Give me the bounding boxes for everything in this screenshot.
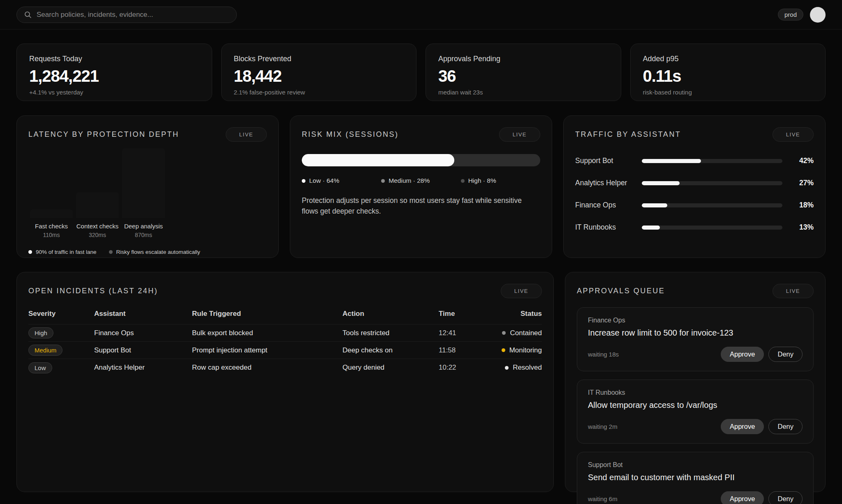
incident-rule: Row cap exceeded [192, 364, 342, 372]
col-time: Time [439, 310, 492, 318]
latency-axis-labels: Fast checks 110ms Context checks 320ms D… [28, 222, 267, 238]
legend-dot-icon [302, 179, 305, 183]
stat-sub: median wait 23s [438, 89, 608, 96]
traffic-row: Finance Ops 18% [575, 201, 814, 209]
traffic-bar-list: Support Bot 42% Analytics Helper 27% Fin… [575, 156, 814, 232]
traffic-percent: 18% [791, 201, 814, 209]
main-content: Requests Today 1,284,221 +4.1% vs yester… [0, 30, 842, 504]
traffic-bar-track [642, 226, 782, 230]
incident-time: 12:41 [439, 329, 492, 337]
panel-head: APPROVALS QUEUE LIVE [577, 284, 814, 298]
live-badge[interactable]: LIVE [499, 127, 540, 142]
dashboard-page: prod Requests Today 1,284,221 +4.1% vs y… [0, 0, 842, 504]
legend-label: Risky flows escalate automatically [116, 249, 200, 255]
traffic-percent: 27% [791, 179, 814, 187]
incident-status: Resolved [492, 364, 542, 372]
search-box[interactable] [16, 7, 237, 23]
latency-bar [122, 148, 165, 218]
deny-button[interactable]: Deny [768, 491, 803, 504]
panel-title: RISK MIX (SESSIONS) [302, 130, 399, 139]
incident-action: Query denied [342, 364, 439, 372]
panel-title: TRAFFIC BY ASSISTANT [575, 130, 681, 139]
traffic-bar-fill [642, 181, 680, 185]
latency-bar [76, 192, 119, 218]
incident-assistant: Analytics Helper [94, 364, 192, 372]
stat-value: 0.11s [643, 67, 813, 85]
incident-row[interactable]: Low Analytics Helper Row cap exceeded Qu… [28, 359, 542, 376]
incident-row[interactable]: High Finance Ops Bulk export blocked Too… [28, 324, 542, 342]
panel-head: RISK MIX (SESSIONS) LIVE [302, 127, 540, 142]
panel-incidents: OPEN INCIDENTS (LAST 24H) LIVE Severity … [16, 272, 554, 492]
traffic-row: IT Runbooks 13% [575, 223, 814, 232]
approve-button[interactable]: Approve [721, 419, 764, 434]
approval-assistant: Finance Ops [588, 317, 803, 324]
live-badge[interactable]: LIVE [773, 127, 814, 142]
approve-button[interactable]: Approve [721, 347, 764, 362]
search-input[interactable] [37, 11, 229, 19]
approval-card: Support Bot Send email to customer with … [577, 452, 814, 504]
risk-mix-bar-fill [302, 154, 454, 166]
severity-badge: Medium [28, 345, 62, 356]
live-badge[interactable]: LIVE [226, 127, 267, 142]
legend-label: 90% of traffic in fast lane [36, 249, 97, 255]
legend-label: Low · 64% [309, 177, 339, 184]
panel-title: OPEN INCIDENTS (LAST 24H) [28, 287, 158, 295]
incident-status: Monitoring [492, 346, 542, 354]
panel-head: TRAFFIC BY ASSISTANT LIVE [575, 127, 814, 142]
assistant-label: Finance Ops [575, 201, 642, 209]
panel-latency: LATENCY BY PROTECTION DEPTH LIVE Fast ch… [16, 115, 279, 258]
bottom-row: OPEN INCIDENTS (LAST 24H) LIVE Severity … [16, 272, 826, 492]
col-rule: Rule Triggered [192, 310, 342, 318]
top-bar-right: prod [778, 7, 826, 23]
approval-request: Send email to customer with masked PII [588, 473, 803, 482]
stat-value: 18,442 [234, 67, 404, 85]
category-label: Deep analysis [122, 222, 165, 230]
approve-button[interactable]: Approve [721, 491, 764, 504]
panel-title: LATENCY BY PROTECTION DEPTH [28, 130, 179, 139]
traffic-bar-track [642, 181, 782, 185]
category-label: Context checks [76, 222, 119, 230]
latency-bar [30, 209, 73, 218]
stat-card-approvals: Approvals Pending 36 median wait 23s [426, 44, 621, 101]
traffic-bar-fill [642, 226, 660, 230]
traffic-bar-fill [642, 203, 667, 207]
panel-approvals: APPROVALS QUEUE LIVE Finance Ops Increas… [565, 272, 826, 492]
category-label: Fast checks [30, 222, 73, 230]
col-assistant: Assistant [94, 310, 192, 318]
traffic-percent: 42% [791, 156, 814, 165]
legend-label: High · 8% [468, 177, 496, 184]
col-severity: Severity [28, 310, 94, 318]
top-bar: prod [0, 0, 842, 30]
approval-waiting: waiting 6m [588, 495, 618, 502]
legend-dot-icon [381, 179, 385, 183]
deny-button[interactable]: Deny [768, 347, 803, 362]
legend-dot-icon [109, 250, 113, 254]
stat-label: Requests Today [29, 55, 199, 63]
latency-legend: 90% of traffic in fast lane Risky flows … [28, 249, 267, 255]
deny-button[interactable]: Deny [768, 419, 803, 434]
status-label: Contained [510, 329, 542, 337]
legend-dot-icon [461, 179, 465, 183]
traffic-bar-track [642, 159, 782, 163]
approval-card: IT Runbooks Allow temporary access to /v… [577, 380, 814, 444]
category-value: 870ms [122, 232, 165, 238]
stat-sub: 2.1% false-positive review [234, 89, 404, 96]
col-status: Status [492, 310, 542, 318]
approval-request: Increase row limit to 500 for invoice-12… [588, 328, 803, 338]
avatar[interactable] [810, 7, 826, 23]
status-label: Monitoring [509, 346, 542, 354]
incident-row[interactable]: Medium Support Bot Prompt injection atte… [28, 342, 542, 359]
legend-item: Risky flows escalate automatically [109, 249, 200, 255]
live-badge[interactable]: LIVE [773, 284, 814, 298]
traffic-bar-track [642, 203, 782, 207]
incident-rule: Prompt injection attempt [192, 346, 342, 354]
panel-title: APPROVALS QUEUE [577, 287, 665, 295]
legend-dot-icon [28, 250, 32, 254]
live-badge[interactable]: LIVE [501, 284, 542, 298]
stat-card-blocks: Blocks Prevented 18,442 2.1% false-posit… [221, 44, 417, 101]
status-label: Resolved [513, 364, 542, 372]
stat-card-added-p95: Added p95 0.11s risk-based routing [630, 44, 826, 101]
stat-label: Added p95 [643, 55, 813, 63]
env-badge: prod [778, 9, 803, 21]
status-dot-icon [502, 348, 505, 352]
